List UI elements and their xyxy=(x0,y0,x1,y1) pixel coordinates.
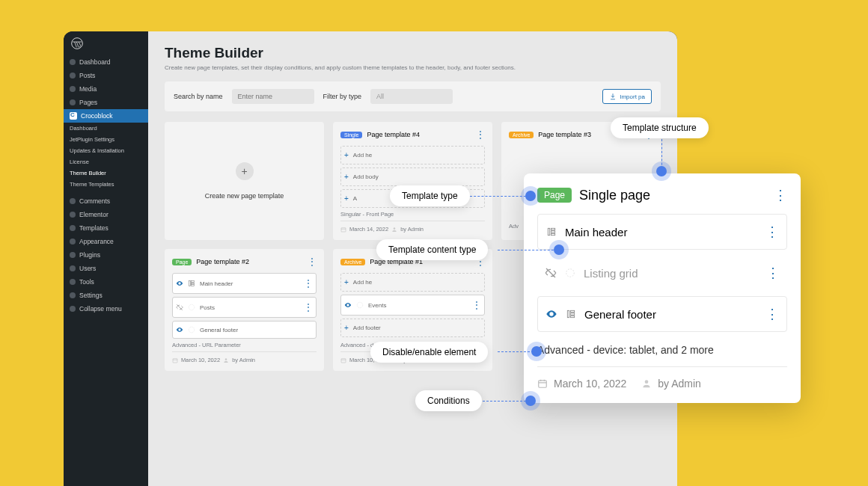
detail-title: Single page xyxy=(579,188,766,203)
sub-license[interactable]: License xyxy=(64,156,148,167)
svg-rect-17 xyxy=(551,233,554,235)
card-date: March 10, 2022 xyxy=(181,357,220,363)
eye-off-icon[interactable] xyxy=(545,267,557,279)
svg-rect-12 xyxy=(341,358,346,362)
row-menu-icon[interactable]: ⋮ xyxy=(765,306,779,322)
detail-row[interactable]: Main header ⋮ xyxy=(537,214,787,250)
eye-icon[interactable] xyxy=(176,280,183,287)
sub-jetplugin[interactable]: JetPlugin Settings xyxy=(64,134,148,145)
svg-rect-3 xyxy=(189,281,191,286)
card-menu-icon[interactable]: ⋮ xyxy=(476,129,485,140)
card-title: Page template #4 xyxy=(367,131,471,138)
filter-label: Filter by type xyxy=(323,93,362,100)
user-icon xyxy=(223,357,229,363)
sidebar-item-templates[interactable]: Templates xyxy=(64,221,148,235)
row-menu-icon[interactable]: ⋮ xyxy=(766,265,780,281)
svg-rect-21 xyxy=(570,313,574,315)
sidebar-item-comments[interactable]: Comments xyxy=(64,194,148,208)
sidebar-item-dashboard[interactable]: Dashboard xyxy=(64,55,148,69)
detail-menu-icon[interactable]: ⋮ xyxy=(774,187,787,203)
template-card: Page Page template #2 ⋮ Main header ⋮ Po… xyxy=(165,249,324,371)
callout-type: Template type xyxy=(390,185,470,206)
svg-rect-15 xyxy=(551,228,554,230)
svg-rect-16 xyxy=(551,231,554,233)
callout-content: Template content type xyxy=(376,239,488,260)
row-menu-icon[interactable]: ⋮ xyxy=(304,278,313,289)
row-menu-icon[interactable]: ⋮ xyxy=(472,300,481,310)
svg-rect-6 xyxy=(192,285,195,286)
add-body-row[interactable]: +Add body xyxy=(340,167,485,186)
detail-date: March 10, 2022 xyxy=(554,378,626,390)
plus-icon: + xyxy=(236,162,254,180)
sidebar-item-users[interactable]: Users xyxy=(64,262,148,275)
import-button[interactable]: Import pa xyxy=(602,89,652,104)
sidebar-item-plugins[interactable]: Plugins xyxy=(64,248,148,262)
eye-icon[interactable] xyxy=(344,301,352,309)
connector-dot xyxy=(525,396,536,406)
badge-single: Single xyxy=(340,132,362,138)
sidebar-item-settings[interactable]: Settings xyxy=(64,289,148,302)
card-conditions: Singular - Front Page xyxy=(340,211,485,218)
card-item-row[interactable]: Main header ⋮ xyxy=(172,273,317,294)
badge-page: Page xyxy=(172,259,192,265)
page-description: Create new page templates, set their dis… xyxy=(165,64,661,71)
svg-rect-22 xyxy=(570,316,574,317)
callout-conditions: Conditions xyxy=(415,390,482,411)
card-item-row[interactable]: Posts ⋮ xyxy=(172,297,317,318)
sub-theme-templates[interactable]: Theme Templates xyxy=(64,179,148,190)
user-icon xyxy=(391,227,397,233)
add-header-row[interactable]: +Add he xyxy=(340,146,485,164)
calendar-icon xyxy=(340,357,346,363)
callout-toggle: Disable/enable element xyxy=(370,342,488,363)
template-detail-panel: Page Single page ⋮ Main header ⋮ Listing… xyxy=(524,173,801,403)
eye-off-icon[interactable] xyxy=(176,304,183,311)
row-menu-icon[interactable]: ⋮ xyxy=(304,302,313,313)
detail-conditions: Advanced - device: tablet, and 2 more xyxy=(537,338,787,366)
sidebar-item-media[interactable]: Media xyxy=(64,82,148,96)
elementor-icon xyxy=(188,280,195,287)
card-item-row[interactable]: Events ⋮ xyxy=(340,295,485,316)
sidebar-item-collapse[interactable]: Collapse menu xyxy=(64,302,148,316)
elementor-icon xyxy=(566,309,576,319)
calendar-icon xyxy=(537,378,548,389)
calendar-icon xyxy=(172,357,178,363)
calendar-icon xyxy=(340,227,346,233)
sidebar-item-appearance[interactable]: Appearance xyxy=(64,235,148,248)
circle-icon xyxy=(565,268,575,278)
svg-rect-20 xyxy=(570,310,574,312)
sub-dashboard[interactable]: Dashboard xyxy=(64,123,148,134)
sidebar-item-elementor[interactable]: Elementor xyxy=(64,208,148,221)
template-card: Single Page template #4 ⋮ +Add he +Add b… xyxy=(333,122,492,240)
sidebar-item-pages[interactable]: Pages xyxy=(64,96,148,109)
filter-select[interactable] xyxy=(370,89,453,104)
svg-point-7 xyxy=(189,304,195,310)
add-header-row[interactable]: +Add he xyxy=(340,273,485,292)
eye-icon[interactable] xyxy=(545,307,557,321)
search-label: Search by name xyxy=(174,93,223,100)
svg-point-18 xyxy=(566,269,575,277)
sidebar-item-tools[interactable]: Tools xyxy=(64,275,148,289)
card-item-row[interactable]: General footer xyxy=(172,321,317,339)
svg-rect-5 xyxy=(192,283,195,284)
badge-archive: Archive xyxy=(340,259,365,265)
card-menu-icon[interactable]: ⋮ xyxy=(308,256,317,267)
sub-theme-builder[interactable]: Theme Builder xyxy=(64,167,148,179)
create-template-card[interactable]: + Create new page template xyxy=(165,122,324,240)
sidebar-item-crocoblock[interactable]: Crocoblock xyxy=(64,109,148,123)
detail-author: by Admin xyxy=(658,378,701,390)
card-conditions: Advanced - URL Parameter xyxy=(172,342,317,348)
detail-row-disabled[interactable]: Listing grid ⋮ xyxy=(537,256,787,290)
detail-row[interactable]: General footer ⋮ xyxy=(537,296,787,332)
eye-icon[interactable] xyxy=(176,326,183,333)
user-icon xyxy=(641,378,652,389)
svg-point-8 xyxy=(189,327,195,333)
create-label: Create new page template xyxy=(205,192,284,200)
row-menu-icon[interactable]: ⋮ xyxy=(765,224,779,240)
sub-updates[interactable]: Updates & Installation xyxy=(64,145,148,156)
wordpress-logo[interactable] xyxy=(64,31,148,55)
add-footer-row[interactable]: +Add footer xyxy=(340,319,485,337)
page-title: Theme Builder xyxy=(165,45,661,61)
card-date: March 14, 2022 xyxy=(349,226,388,233)
search-input[interactable] xyxy=(232,89,314,104)
sidebar-item-posts[interactable]: Posts xyxy=(64,69,148,82)
